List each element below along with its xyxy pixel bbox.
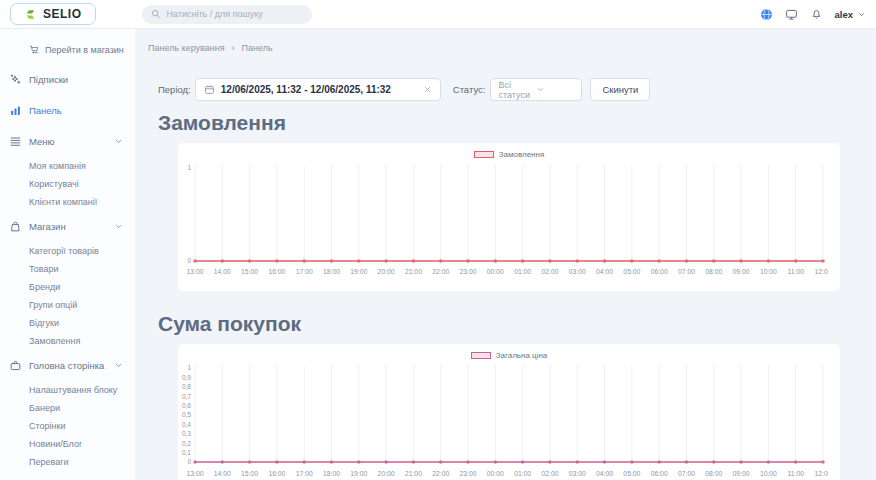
svg-text:23:00: 23:00 xyxy=(460,268,477,275)
purchase-sum-chart-legend: Загальна ціна xyxy=(178,351,840,360)
filter-bar: Період: 12/06/2025, 11:32 - 12/06/2025, … xyxy=(158,78,876,101)
svg-text:0,6: 0,6 xyxy=(182,402,191,409)
notifications-bell-icon[interactable] xyxy=(810,8,823,21)
svg-text:06:00: 06:00 xyxy=(651,268,668,275)
svg-text:00:00: 00:00 xyxy=(487,268,504,275)
sparkles-icon xyxy=(9,73,22,86)
logo-text: SELIO xyxy=(43,7,82,21)
sidebar-item-налаштування[interactable]: Налаштування xyxy=(0,471,135,480)
topbar-actions: alex xyxy=(760,8,867,21)
svg-text:00:00: 00:00 xyxy=(487,470,504,477)
sidebar-subitem-користувачі[interactable]: Користувачі xyxy=(0,175,135,193)
svg-text:03:00: 03:00 xyxy=(569,470,586,477)
svg-text:19:00: 19:00 xyxy=(350,470,367,477)
sidebar-subitem-банери[interactable]: Банери xyxy=(0,399,135,417)
svg-text:10:00: 10:00 xyxy=(760,470,777,477)
svg-text:02:00: 02:00 xyxy=(541,268,558,275)
svg-text:17:00: 17:00 xyxy=(296,470,313,477)
sidebar-subitem-налаштування-блоку[interactable]: Налаштування блоку xyxy=(0,381,135,399)
svg-text:05:00: 05:00 xyxy=(623,268,640,275)
language-globe-icon[interactable] xyxy=(760,8,773,21)
sidebar-item-label: Головна сторінка xyxy=(29,360,104,371)
svg-text:21:00: 21:00 xyxy=(405,268,422,275)
chevron-down-icon xyxy=(114,137,123,146)
clear-period-icon[interactable] xyxy=(423,85,432,94)
sidebar-subitem-групи-опцій[interactable]: Групи опцій xyxy=(0,296,135,314)
sidebar-item-label: Підписки xyxy=(29,74,68,85)
display-icon[interactable] xyxy=(785,8,798,21)
calendar-icon xyxy=(204,84,215,95)
sidebar-item-меню[interactable]: Меню xyxy=(0,126,135,157)
svg-text:0,3: 0,3 xyxy=(182,430,191,437)
sidebar-item-підписки[interactable]: Підписки xyxy=(0,64,135,95)
svg-text:11:00: 11:00 xyxy=(787,268,804,275)
breadcrumb-item-panel[interactable]: Панель xyxy=(242,43,273,53)
svg-text:20:00: 20:00 xyxy=(378,470,395,477)
sidebar-subitem-категорії-товарів[interactable]: Категорії товарів xyxy=(0,242,135,260)
status-label: Статус: xyxy=(453,84,486,95)
sidebar-subitem-замовлення[interactable]: Замовлення xyxy=(0,332,135,350)
search-input[interactable]: Натисніть / для пошуку xyxy=(142,5,312,24)
sidebar: Перейти в магазинПідпискиПанельМенюМоя к… xyxy=(0,29,135,480)
svg-text:12:00: 12:00 xyxy=(814,470,828,477)
bar-chart-icon xyxy=(9,104,22,117)
svg-text:14:00: 14:00 xyxy=(214,268,231,275)
topbar: SELIO Натисніть / для пошуку xyxy=(0,0,876,29)
breadcrumb-item-dashboard[interactable]: Панель керування xyxy=(148,43,225,53)
svg-text:1: 1 xyxy=(187,164,191,171)
sidebar-item-label: Магазин xyxy=(29,221,66,232)
svg-text:12:00: 12:00 xyxy=(814,268,828,275)
sidebar-subitem-бренди[interactable]: Бренди xyxy=(0,278,135,296)
search-placeholder: Натисніть / для пошуку xyxy=(167,9,263,19)
svg-text:0,7: 0,7 xyxy=(182,393,191,400)
purchase-sum-section-title: Сума покупок xyxy=(158,312,876,336)
svg-text:17:00: 17:00 xyxy=(296,268,313,275)
sidebar-store-link[interactable]: Перейти в магазин xyxy=(0,38,135,64)
chevron-down-icon xyxy=(536,85,574,94)
sidebar-item-панель[interactable]: Панель xyxy=(0,95,135,126)
sidebar-subitem-моя-компанія[interactable]: Моя компанія xyxy=(0,157,135,175)
chevron-down-icon xyxy=(857,10,866,19)
svg-text:0,5: 0,5 xyxy=(182,411,191,418)
svg-text:08:00: 08:00 xyxy=(705,268,722,275)
svg-text:13:00: 13:00 xyxy=(186,470,203,477)
app-logo[interactable]: SELIO xyxy=(10,3,96,25)
svg-text:06:00: 06:00 xyxy=(651,470,668,477)
svg-text:04:00: 04:00 xyxy=(596,470,613,477)
svg-text:03:00: 03:00 xyxy=(569,268,586,275)
svg-text:08:00: 08:00 xyxy=(705,470,722,477)
sidebar-subitem-новини-блог[interactable]: Новини/Блог xyxy=(0,435,135,453)
selio-logo-icon xyxy=(24,8,37,21)
svg-text:09:00: 09:00 xyxy=(733,470,750,477)
menu-icon xyxy=(9,135,22,148)
orders-line-chart: 1013:0014:0015:0016:0017:0018:0019:0020:… xyxy=(178,161,828,288)
user-menu[interactable]: alex xyxy=(835,9,867,20)
sidebar-subitem-товари[interactable]: Товари xyxy=(0,260,135,278)
sidebar-subitem-клієнти-компанії[interactable]: Клієнти компанії xyxy=(0,193,135,211)
purchase-sum-chart-card: Загальна ціна 10,90,80,70,60,50,40,30,20… xyxy=(178,344,840,480)
sidebar-subitem-відгуки[interactable]: Відгуки xyxy=(0,314,135,332)
svg-text:22:00: 22:00 xyxy=(432,470,449,477)
sidebar-item-магазин[interactable]: Магазин xyxy=(0,211,135,242)
period-date-range-input[interactable]: 12/06/2025, 11:32 - 12/06/2025, 11:32 xyxy=(195,78,441,101)
status-select[interactable]: Всі статуси xyxy=(490,78,582,101)
svg-text:22:00: 22:00 xyxy=(432,268,449,275)
legend-swatch xyxy=(471,352,491,359)
user-name: alex xyxy=(835,9,854,20)
reset-button[interactable]: Скинути xyxy=(590,78,650,101)
cart-icon xyxy=(29,44,40,55)
sidebar-subitem-сторінки[interactable]: Сторінки xyxy=(0,417,135,435)
svg-text:0,1: 0,1 xyxy=(182,449,191,456)
svg-text:05:00: 05:00 xyxy=(623,470,640,477)
svg-text:16:00: 16:00 xyxy=(268,470,285,477)
svg-text:1: 1 xyxy=(187,364,191,371)
period-value: 12/06/2025, 11:32 - 12/06/2025, 11:32 xyxy=(221,84,417,95)
svg-text:20:00: 20:00 xyxy=(378,268,395,275)
svg-text:23:00: 23:00 xyxy=(460,470,477,477)
svg-text:18:00: 18:00 xyxy=(323,470,340,477)
period-label: Період: xyxy=(158,84,191,95)
svg-text:15:00: 15:00 xyxy=(241,470,258,477)
sidebar-item-головна-сторінка[interactable]: Головна сторінка xyxy=(0,350,135,381)
sidebar-subitem-переваги[interactable]: Переваги xyxy=(0,453,135,471)
bag-icon xyxy=(9,220,22,233)
